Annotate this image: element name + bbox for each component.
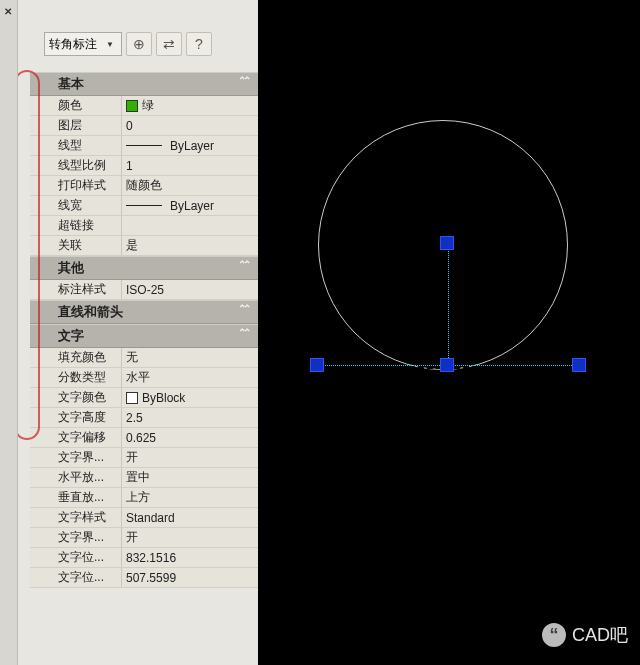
watermark-text: CAD吧: [572, 623, 628, 647]
property-label: 垂直放...: [30, 488, 122, 507]
property-label: 线宽: [30, 196, 122, 215]
property-value-text: ByLayer: [170, 139, 214, 153]
panel-toolbar: 转角标注 ▼ ⊕ ⇄ ?: [40, 30, 258, 58]
quick-select-button[interactable]: ⊕: [126, 32, 152, 56]
drawing-canvas[interactable]: CAD吧: [258, 0, 640, 665]
property-label: 超链接: [30, 216, 122, 235]
property-label: 打印样式: [30, 176, 122, 195]
property-value[interactable]: 507.5599: [122, 568, 258, 587]
property-label: 文字偏移: [30, 428, 122, 447]
property-row[interactable]: 文字颜色ByBlock: [30, 388, 258, 408]
dimension-extension[interactable]: [448, 240, 452, 368]
property-row[interactable]: 文字偏移0.625: [30, 428, 258, 448]
section-text-header[interactable]: 文字 ⌃⌃: [30, 324, 258, 348]
object-type-dropdown[interactable]: 转角标注 ▼: [44, 32, 122, 56]
property-row[interactable]: 线型ByLayer: [30, 136, 258, 156]
property-label: 文字界...: [30, 528, 122, 547]
property-label: 文字位...: [30, 568, 122, 587]
grip-right[interactable]: [572, 358, 586, 372]
property-value-text: 0: [126, 119, 133, 133]
section-basic-header[interactable]: 基本 ⌃⌃: [30, 72, 258, 96]
property-row[interactable]: 水平放...置中: [30, 468, 258, 488]
property-value[interactable]: 开: [122, 448, 258, 467]
pick-new-button[interactable]: ⇄: [156, 32, 182, 56]
filter-button[interactable]: ?: [186, 32, 212, 56]
property-row[interactable]: 文字界...开: [30, 448, 258, 468]
property-value-text: 832.1516: [126, 551, 176, 565]
property-value-text: 1: [126, 159, 133, 173]
property-row[interactable]: 打印样式随颜色: [30, 176, 258, 196]
property-row[interactable]: 图层0: [30, 116, 258, 136]
properties-list: 基本 ⌃⌃ 颜色绿图层0线型ByLayer线型比例1打印样式随颜色线宽ByLay…: [30, 72, 258, 662]
property-label: 标注样式: [30, 280, 122, 299]
property-value-text: 507.5599: [126, 571, 176, 585]
property-row[interactable]: 分数类型水平: [30, 368, 258, 388]
property-value[interactable]: 水平: [122, 368, 258, 387]
property-value[interactable]: ByLayer: [122, 196, 258, 215]
section-other-title: 其他: [58, 260, 84, 275]
panel-grip-strip[interactable]: ✕: [0, 0, 18, 665]
property-value[interactable]: 832.1516: [122, 548, 258, 567]
property-row[interactable]: 文字样式Standard: [30, 508, 258, 528]
property-value[interactable]: 无: [122, 348, 258, 367]
property-label: 水平放...: [30, 468, 122, 487]
property-value-text: Standard: [126, 511, 175, 525]
property-row[interactable]: 垂直放...上方: [30, 488, 258, 508]
property-value[interactable]: 开: [122, 528, 258, 547]
property-value-text: 无: [126, 349, 138, 366]
property-label: 图层: [30, 116, 122, 135]
property-value[interactable]: 2.5: [122, 408, 258, 427]
property-row[interactable]: 标注样式ISO-25: [30, 280, 258, 300]
property-value[interactable]: Standard: [122, 508, 258, 527]
property-row[interactable]: 关联是: [30, 236, 258, 256]
property-value[interactable]: 是: [122, 236, 258, 255]
linetype-preview-icon: [126, 145, 162, 146]
property-row[interactable]: 超链接: [30, 216, 258, 236]
property-label: 线型比例: [30, 156, 122, 175]
property-row[interactable]: 颜色绿: [30, 96, 258, 116]
property-value[interactable]: 随颜色: [122, 176, 258, 195]
chevron-down-icon: ▼: [103, 37, 117, 51]
property-value[interactable]: 0.625: [122, 428, 258, 447]
color-swatch-icon: [126, 392, 138, 404]
collapse-icon: ⌃⌃: [238, 303, 248, 314]
property-value[interactable]: 上方: [122, 488, 258, 507]
property-value[interactable]: ByLayer: [122, 136, 258, 155]
property-label: 填充颜色: [30, 348, 122, 367]
property-value[interactable]: ISO-25: [122, 280, 258, 299]
property-value-text: 随颜色: [126, 177, 162, 194]
property-value[interactable]: ByBlock: [122, 388, 258, 407]
property-row[interactable]: 文字位...832.1516: [30, 548, 258, 568]
close-icon[interactable]: ✕: [4, 6, 12, 17]
property-row[interactable]: 线宽ByLayer: [30, 196, 258, 216]
property-row[interactable]: 文字界...开: [30, 528, 258, 548]
property-label: 文字颜色: [30, 388, 122, 407]
property-label: 线型: [30, 136, 122, 155]
property-row[interactable]: 线型比例1: [30, 156, 258, 176]
grip-left[interactable]: [310, 358, 324, 372]
collapse-icon: ⌃⌃: [238, 327, 248, 338]
property-value[interactable]: 0: [122, 116, 258, 135]
property-value-text: 水平: [126, 369, 150, 386]
section-other-header[interactable]: 其他 ⌃⌃: [30, 256, 258, 280]
property-value[interactable]: 置中: [122, 468, 258, 487]
section-lines-header[interactable]: 直线和箭头 ⌃⌃: [30, 300, 258, 324]
collapse-icon: ⌃⌃: [238, 75, 248, 86]
grip-center[interactable]: [440, 358, 454, 372]
property-value-text: 2.5: [126, 411, 143, 425]
property-value[interactable]: [122, 216, 258, 235]
property-row[interactable]: 文字位...507.5599: [30, 568, 258, 588]
property-value-text: 是: [126, 237, 138, 254]
property-value-text: 置中: [126, 469, 150, 486]
property-row[interactable]: 填充颜色无: [30, 348, 258, 368]
linetype-preview-icon: [126, 205, 162, 206]
property-value-text: 开: [126, 449, 138, 466]
color-swatch-icon: [126, 100, 138, 112]
property-value[interactable]: 绿: [122, 96, 258, 115]
property-value[interactable]: 1: [122, 156, 258, 175]
property-value-text: 上方: [126, 489, 150, 506]
grip-mid[interactable]: [440, 236, 454, 250]
property-label: 文字界...: [30, 448, 122, 467]
property-row[interactable]: 文字高度2.5: [30, 408, 258, 428]
property-value-text: ByLayer: [170, 199, 214, 213]
